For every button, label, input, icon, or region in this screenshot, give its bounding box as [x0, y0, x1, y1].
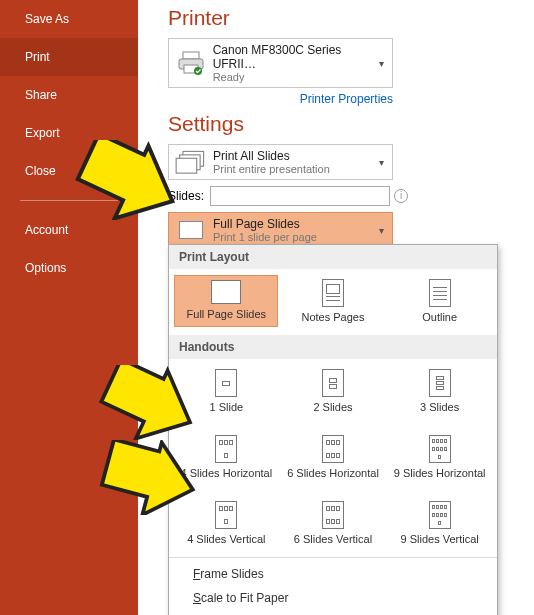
option-outline[interactable]: Outline	[388, 275, 492, 327]
chevron-down-icon: ▾	[379, 58, 384, 69]
option-9-slides-vertical[interactable]: 9 Slides Vertical	[388, 497, 492, 549]
notes-pages-icon	[322, 279, 344, 307]
print-layout-sub: Print 1 slide per page	[213, 231, 317, 243]
slides-stack-icon	[175, 150, 207, 174]
sidebar-item-share[interactable]: Share	[0, 76, 138, 114]
popup-extra-options: Frame Slides Scale to Fit Paper High Qua…	[169, 558, 497, 615]
print-range-title: Print All Slides	[213, 149, 330, 163]
option-notes-pages[interactable]: Notes Pages	[281, 275, 385, 327]
popup-section-print-layout: Print Layout	[169, 245, 497, 269]
handout-4v-icon	[215, 501, 237, 529]
handout-2-icon	[322, 369, 344, 397]
info-icon[interactable]: i	[394, 189, 408, 203]
printer-dropdown[interactable]: Canon MF8300C Series UFRII… Ready ▾	[168, 38, 393, 88]
print-range-dropdown[interactable]: Print All Slides Print entire presentati…	[168, 144, 393, 180]
slides-input[interactable]	[210, 186, 390, 206]
option-4-slides-vertical[interactable]: 4 Slides Vertical	[174, 497, 278, 549]
full-page-slide-icon	[175, 218, 207, 242]
print-layout-dropdown[interactable]: Full Page Slides Print 1 slide per page …	[168, 212, 393, 248]
slides-label: Slides:	[168, 189, 204, 203]
handout-6v-icon	[322, 501, 344, 529]
handout-1-icon	[215, 369, 237, 397]
chevron-down-icon: ▾	[379, 225, 384, 236]
option-6-slides-horizontal[interactable]: 6 Slides Horizontal	[281, 431, 385, 483]
printer-name: Canon MF8300C Series UFRII…	[213, 43, 386, 71]
full-page-icon	[211, 280, 241, 304]
sidebar-item-export[interactable]: Export	[0, 114, 138, 152]
handout-6h-icon	[322, 435, 344, 463]
option-full-page-slides[interactable]: Full Page Slides	[174, 275, 278, 327]
backstage-sidebar: Save As Print Share Export Close Account…	[0, 0, 138, 615]
printer-properties-link[interactable]: Printer Properties	[168, 92, 393, 106]
printer-status: Ready	[213, 71, 386, 83]
svg-rect-6	[176, 159, 197, 174]
handout-9h-icon	[429, 435, 451, 463]
printer-icon	[175, 51, 207, 75]
outline-icon	[429, 279, 451, 307]
sidebar-divider	[20, 200, 118, 201]
sidebar-item-options[interactable]: Options	[0, 249, 138, 287]
menu-scale-to-fit[interactable]: Scale to Fit Paper	[169, 586, 497, 610]
option-6-slides-vertical[interactable]: 6 Slides Vertical	[281, 497, 385, 549]
handout-3-icon	[429, 369, 451, 397]
option-4-slides-horizontal[interactable]: 4 Slides Horizontal	[174, 431, 278, 483]
settings-heading: Settings	[168, 112, 520, 136]
sidebar-item-account[interactable]: Account	[0, 211, 138, 249]
chevron-down-icon: ▾	[379, 157, 384, 168]
print-layout-popup: Print Layout Full Page Slides Notes Page…	[168, 244, 498, 615]
svg-rect-0	[183, 52, 199, 59]
option-9-slides-horizontal[interactable]: 9 Slides Horizontal	[388, 431, 492, 483]
option-1-slide[interactable]: 1 Slide	[174, 365, 278, 417]
sidebar-item-print[interactable]: Print	[0, 38, 138, 76]
sidebar-item-close[interactable]: Close	[0, 152, 138, 190]
option-3-slides[interactable]: 3 Slides	[388, 365, 492, 417]
sidebar-item-save-as[interactable]: Save As	[0, 0, 138, 38]
print-range-sub: Print entire presentation	[213, 163, 330, 175]
handout-9v-icon	[429, 501, 451, 529]
menu-high-quality[interactable]: High Quality	[169, 610, 497, 615]
print-layout-title: Full Page Slides	[213, 217, 317, 231]
printer-heading: Printer	[168, 6, 520, 30]
svg-point-3	[194, 67, 202, 75]
option-2-slides[interactable]: 2 Slides	[281, 365, 385, 417]
handout-4h-icon	[215, 435, 237, 463]
popup-section-handouts: Handouts	[169, 335, 497, 359]
menu-frame-slides[interactable]: Frame Slides	[169, 562, 497, 586]
